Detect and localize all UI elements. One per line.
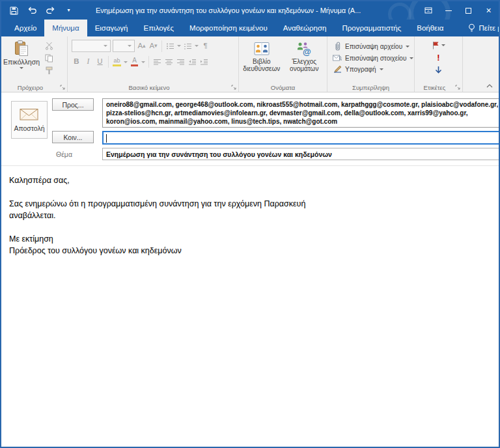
bullets-icon[interactable]	[165, 41, 175, 51]
shrink-font-icon[interactable]: A▾	[148, 41, 158, 51]
signature-button[interactable]: Υπογραφή	[333, 65, 413, 73]
tab-file[interactable]: Αρχείο	[7, 20, 44, 36]
align-right-icon[interactable]	[176, 57, 186, 67]
ribbon-display-options-icon[interactable]	[418, 1, 438, 20]
tab-review[interactable]: Αναθεώρηση	[275, 20, 335, 36]
signature-dropdown-icon	[380, 68, 383, 70]
maximize-button[interactable]	[458, 1, 479, 20]
bold-icon[interactable]: B	[72, 57, 81, 67]
paste-label: Επικόλληση	[3, 58, 40, 66]
highlight-icon[interactable]: ab	[112, 57, 122, 67]
copy-icon[interactable]	[45, 54, 54, 63]
low-importance-button[interactable]	[435, 65, 442, 75]
compose-header: Αποστολή Προς... oneiro88@gmail.com, geo…	[1, 92, 499, 165]
attach-item-dropdown-icon	[410, 57, 413, 59]
attach-file-button[interactable]: Επισύναψη αρχείου	[333, 42, 413, 51]
address-book-icon	[253, 41, 271, 57]
font-size-select[interactable]	[113, 40, 135, 52]
to-recipients-line: koron@ios.com, mainmail@yahoo.com, linus…	[106, 117, 498, 126]
high-importance-button[interactable]: !	[437, 53, 439, 63]
paste-button[interactable]: Επικόλληση	[3, 39, 40, 82]
ribbon: Επικόλληση Πρόχειρο	[1, 36, 499, 92]
follow-up-button[interactable]	[432, 40, 445, 50]
tab-review-label: Αναθεώρηση	[283, 24, 327, 32]
collapse-ribbon-icon[interactable]	[486, 84, 493, 88]
flag-icon	[432, 41, 439, 49]
tab-tell-me[interactable]: Πείτε μου	[460, 20, 500, 36]
basic-text-group-label: Βασικό κείμενο	[68, 84, 230, 91]
send-button-label: Αποστολή	[14, 124, 44, 132]
tags-group-label: Ετικέτες	[415, 84, 454, 91]
text-cursor	[106, 134, 107, 143]
to-field[interactable]: oneiro88@gmail.com, george468@outlook.co…	[102, 98, 500, 128]
subject-field[interactable]: Ενημέρωση για την συνάντηση του συλλόγου…	[102, 148, 500, 160]
align-center-icon[interactable]	[164, 57, 174, 67]
undo-icon[interactable]	[27, 6, 37, 16]
qat-customize-icon[interactable]: ▾	[64, 6, 74, 16]
ribbon-spacer	[463, 36, 499, 92]
paragraph-mark-icon[interactable]: ¶	[201, 41, 210, 51]
clipboard-group-label: Πρόχειρο	[1, 84, 59, 91]
tab-insert[interactable]: Εισαγωγή	[87, 20, 136, 36]
body-line	[9, 186, 491, 198]
paste-clipboard-icon	[14, 40, 29, 57]
tab-help-label: Βοήθεια	[417, 24, 443, 32]
font-name-select[interactable]	[72, 40, 111, 52]
numbering-icon[interactable]	[183, 41, 193, 51]
underline-icon[interactable]: U	[95, 57, 105, 67]
attach-item-button[interactable]: Επισύναψη στοιχείου	[333, 54, 413, 62]
cc-field[interactable]	[102, 131, 500, 145]
tags-group: ! Ετικέτες	[415, 36, 463, 92]
address-book-button[interactable]: Βιβλίο διευθύνσεων	[242, 40, 282, 72]
basic-text-dialog-launcher-icon[interactable]	[231, 85, 236, 90]
attach-item-label: Επισύναψη στοιχείου	[345, 55, 406, 62]
decrease-indent-icon[interactable]	[188, 57, 197, 67]
signature-pen-icon	[333, 65, 342, 73]
signature-label: Υπογραφή	[345, 66, 376, 73]
clipboard-dialog-launcher-icon[interactable]	[60, 85, 65, 90]
check-names-button[interactable]: @ Έλεγχος ονομάτων	[285, 40, 325, 72]
align-left-icon[interactable]	[152, 57, 162, 67]
tab-file-label: Αρχείο	[14, 24, 36, 32]
format-painter-icon[interactable]	[45, 66, 54, 75]
font-color-icon[interactable]: A	[130, 57, 139, 67]
clipboard-group: Επικόλληση Πρόχειρο	[1, 36, 68, 92]
address-book-label: Βιβλίο διευθύνσεων	[242, 58, 282, 72]
tab-insert-label: Εισαγωγή	[95, 24, 128, 32]
tab-developer-label: Προγραμματιστής	[342, 24, 401, 32]
increase-indent-icon[interactable]	[199, 57, 209, 67]
check-names-label: Έλεγχος ονομάτων	[285, 58, 325, 72]
cut-icon[interactable]	[45, 42, 54, 50]
window-title: Ενημέρωση για την συνάντηση του συλλόγου…	[96, 7, 361, 14]
save-icon[interactable]	[9, 6, 19, 16]
redo-icon[interactable]	[46, 6, 55, 16]
title-bar: ▾ Ενημέρωση για την συνάντηση του συλλόγ…	[1, 1, 499, 20]
close-button[interactable]: ×	[479, 1, 499, 20]
high-importance-icon: !	[437, 53, 439, 62]
follow-up-dropdown-icon	[441, 44, 445, 46]
tab-help[interactable]: Βοήθεια	[409, 20, 451, 36]
body-line: Με εκτίμηση	[9, 233, 491, 245]
minimize-button[interactable]	[438, 1, 458, 20]
grow-font-icon[interactable]: A▴	[137, 41, 146, 51]
cc-button[interactable]: Κοιν...	[52, 131, 94, 143]
body-line: Καλησπέρα σας,	[9, 175, 491, 186]
message-body[interactable]: Καλησπέρα σας, Σας ενημερώνω ότι η προγρ…	[1, 165, 499, 447]
subject-label: Θέμα	[52, 148, 94, 160]
body-line: Σας ενημερώνω ότι η προγραμματισμένη συν…	[9, 198, 491, 210]
send-button[interactable]: Αποστολή	[11, 101, 48, 139]
tab-options-label: Επιλογές	[143, 24, 174, 32]
tab-message[interactable]: Μήνυμα	[44, 20, 87, 36]
tab-developer[interactable]: Προγραμματιστής	[334, 20, 409, 36]
tab-options[interactable]: Επιλογές	[135, 20, 182, 36]
cc-row: Κοιν...	[52, 131, 500, 145]
paste-dropdown-icon	[20, 67, 23, 69]
tab-format-text[interactable]: Μορφοποίηση κειμένου	[182, 20, 275, 36]
attach-file-label: Επισύναψη αρχείου	[345, 43, 402, 50]
tab-tell-me-label: Πείτε μου	[479, 24, 500, 32]
attach-file-dropdown-icon	[406, 46, 410, 48]
to-button[interactable]: Προς...	[52, 98, 94, 111]
italic-icon[interactable]: I	[83, 57, 93, 67]
tags-dialog-launcher-icon[interactable]	[455, 85, 460, 90]
address-fields: Προς... oneiro88@gmail.com, george468@ou…	[52, 98, 500, 165]
